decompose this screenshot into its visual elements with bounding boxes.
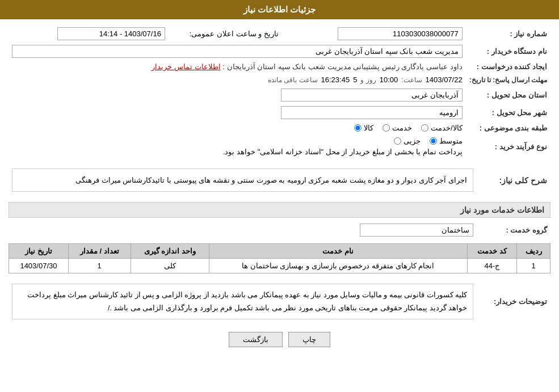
col-header-name: نام خدمت: [209, 244, 467, 259]
services-table: ردیف کد خدمت نام خدمت واحد اندازه گیری ت…: [9, 243, 550, 273]
sharh-section-title: شرح کلی نیاز:: [480, 176, 547, 185]
towzihat-value-cell: کلیه کسورات قانونی بیمه و مالیات وسایل م…: [9, 278, 477, 325]
ostan-value-cell: آذربایجان غربی: [9, 86, 466, 104]
radio-kala-khadamat-item[interactable]: کالا/خدمت: [421, 124, 463, 132]
mohlat-date-input: 1403/07/22: [426, 75, 463, 84]
nofarayand-label: نوع فرآیند خرید :: [466, 134, 550, 158]
tabaqe-radios: کالا/خدمت خدمت کالا: [9, 121, 466, 134]
towzihat-label: توضیحات خریدار:: [477, 278, 550, 325]
print-button[interactable]: چاپ: [288, 332, 330, 347]
cell-vahed: کلی: [131, 259, 209, 273]
radio-motavasset-item[interactable]: متوسط: [430, 137, 463, 145]
namedastgah-input: مدیریت شعب بانک سپه استان آذربایجان غربی: [12, 45, 463, 58]
radio-kala[interactable]: [354, 124, 362, 132]
col-header-tarikh: تاریخ نیاز: [9, 244, 69, 259]
page-container: جزئیات اطلاعات نیاز شماره نیاز : 1103030…: [0, 0, 559, 392]
radio-kala-item[interactable]: کالا: [354, 124, 373, 132]
ostan-input: آذربایجان غربی: [281, 88, 463, 102]
col-header-radif: ردیف: [517, 244, 550, 259]
content-area: شماره نیاز : 1103030038000077 تاریخ و سا…: [0, 19, 559, 360]
mohlat-mande-input: 16:23:45: [321, 75, 350, 84]
tarikh-elaan-input: 1403/07/16 - 14:14: [57, 27, 165, 40]
tabaqe-radio-group: کالا/خدمت خدمت کالا: [12, 124, 463, 132]
radio-kala-khadamat[interactable]: [421, 124, 428, 132]
page-title: جزئیات اطلاعات نیاز: [243, 5, 316, 14]
table-row: 1 ج-44 انجام کارهای متفرقه درخصوص بازساز…: [9, 259, 550, 273]
ijad-value-cell: داود عباسی یادگاری رئیس پشتیبانی مدیریت …: [9, 60, 466, 73]
sharh-label: شرح کلی نیاز:: [477, 163, 550, 197]
shomara-value: 1103030038000077: [282, 25, 466, 43]
khadamat-section-title: اطلاعات خدمات مورد نیاز: [9, 202, 550, 218]
namedastgah-value-cell: مدیریت شعب بانک سپه استان آذربایجان غربی: [9, 43, 466, 60]
cell-tarikh: 1403/07/30: [9, 259, 69, 273]
nofarayand-note: پرداخت تمام یا بخشی از مبلغ خریدار از مح…: [12, 147, 463, 156]
ijad-label: ایجاد کننده درخواست :: [466, 60, 550, 73]
namedastgah-label: نام دستگاه خریدار :: [466, 43, 550, 60]
cell-name: انجام کارهای متفرقه درخصوص بازسازی و بهس…: [209, 259, 467, 273]
grouh-input: ساختمان: [360, 224, 473, 237]
radio-khadamat-item[interactable]: خدمت: [383, 124, 412, 132]
col-header-tedad: تعداد / مقدار: [68, 244, 131, 259]
shomara-input: 1103030038000077: [338, 27, 463, 40]
ijalat-link[interactable]: اطلاعات تماس خریدار: [152, 62, 220, 71]
towzihat-notes: کلیه کسورات قانونی بیمه و مالیات وسایل م…: [12, 284, 473, 319]
towzihat-table: توضیحات خریدار: کلیه کسورات قانونی بیمه …: [9, 278, 550, 325]
radio-jozii[interactable]: [394, 137, 401, 145]
nofarayand-value-cell: متوسط جزیی پرداخت تمام یا بخشی از مبلغ خ…: [9, 134, 466, 158]
nofarayand-radio-group: متوسط جزیی: [12, 137, 463, 145]
radio-motavasset[interactable]: [430, 137, 437, 145]
mohlat-saat-input: 10:00: [380, 75, 398, 84]
page-header: جزئیات اطلاعات نیاز: [0, 0, 559, 19]
sharh-description: اجرای آجر کاری دیوار و دو مغازه پشت شعبه…: [12, 168, 473, 192]
ostan-label: استان محل تحویل :: [466, 86, 550, 104]
col-header-kod: کد خدمت: [467, 244, 517, 259]
button-row: چاپ بازگشت: [9, 332, 550, 347]
tarikh-elaan-label-cell: تاریخ و ساعت اعلان عمومی:: [169, 25, 282, 43]
radio-khadamat[interactable]: [383, 124, 390, 132]
mohlat-flex: 1403/07/22 ساعت: 10:00 روز و 5 16:23:45: [12, 75, 463, 84]
back-button[interactable]: بازگشت: [229, 332, 283, 347]
shomara-label: شماره نیاز :: [466, 25, 550, 43]
sharh-value-cell: اجرای آجر کاری دیوار و دو مغازه پشت شعبه…: [9, 163, 477, 197]
cell-radif: 1: [517, 259, 550, 273]
grouh-table: گروه خدمت : ساختمان: [9, 221, 550, 239]
sharh-table: شرح کلی نیاز: اجرای آجر کاری دیوار و دو …: [9, 163, 550, 197]
shahr-label: شهر محل تحویل :: [466, 104, 550, 121]
mohlat-label: مهلت ارسال پاسخ: تا تاریخ:: [466, 73, 550, 86]
grouh-label: گروه خدمت :: [477, 221, 550, 239]
mohlat-roz-input: 5: [353, 75, 357, 84]
grouh-value-cell: ساختمان: [9, 221, 477, 239]
shahr-input: ارومیه: [281, 106, 463, 119]
tarikh-elaan-value-cell: 1403/07/16 - 14:14: [9, 25, 169, 43]
col-header-vahed: واحد اندازه گیری: [131, 244, 209, 259]
main-form-table: شماره نیاز : 1103030038000077 تاریخ و سا…: [9, 25, 550, 158]
cell-kod: ج-44: [467, 259, 517, 273]
tabaqe-label: طبقه بندی موضوعی :: [466, 121, 550, 134]
radio-jozii-item[interactable]: جزیی: [394, 137, 421, 145]
shahr-value-cell: ارومیه: [9, 104, 466, 121]
mohlat-row: 1403/07/22 ساعت: 10:00 روز و 5 16:23:45: [9, 73, 466, 86]
cell-tedad: 1: [68, 259, 131, 273]
